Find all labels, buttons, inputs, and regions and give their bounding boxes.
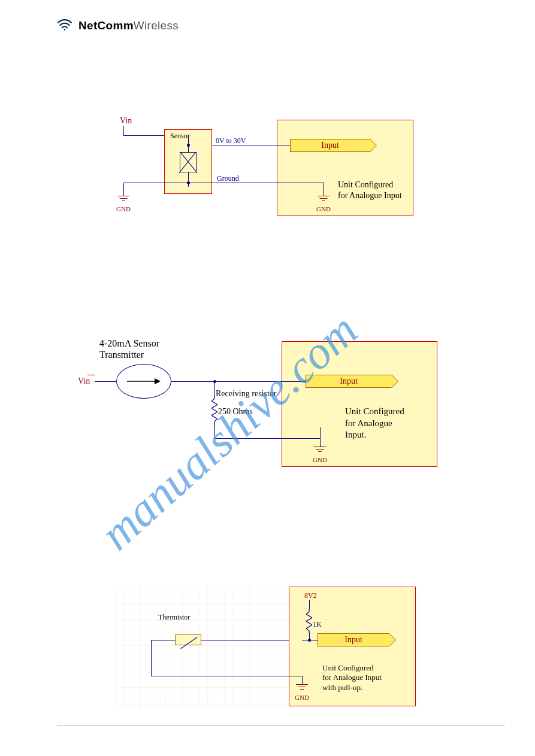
logo-brand-bold: NetComm	[78, 19, 134, 32]
logo-text: NetCommWireless	[78, 19, 179, 32]
vin-label: Vin	[120, 116, 132, 126]
gnd-symbol-left: GND	[116, 196, 131, 212]
gnd-label: GND	[313, 456, 327, 463]
vin-terminal	[123, 126, 124, 132]
gnd-label: GND	[316, 205, 331, 212]
gnd-symbol: GND	[313, 447, 327, 463]
resistor-value: 250 Ohms	[218, 407, 253, 417]
gnd-label: GND	[295, 694, 309, 701]
receiving-resistor-label: Receiving resistor	[216, 389, 276, 399]
gnd-label-left: GND	[116, 205, 131, 212]
pullup-voltage-label: 8V2	[304, 591, 317, 600]
gnd-symbol: GND	[295, 684, 309, 701]
sensor-label: Sensor	[170, 132, 190, 141]
sensor-symbol-icon	[180, 152, 197, 172]
resistor-icon	[211, 395, 217, 430]
unit-box	[277, 120, 413, 215]
signal-range-label: 0V to 30V	[216, 136, 246, 145]
current-arrow-icon	[126, 377, 162, 388]
brand-logo: NetCommWireless	[57, 17, 179, 35]
footer-divider	[57, 725, 505, 726]
input-arrow: Input	[290, 139, 370, 152]
input-arrow: Input	[318, 633, 389, 646]
svg-marker-2	[155, 378, 161, 384]
vin-label: Vin	[78, 377, 90, 386]
diagram-thermistor: Thermistor 8V2 1K Input Unit Configured …	[115, 587, 421, 709]
unit-config-text: Unit Configured for Analogue Input with …	[322, 663, 382, 693]
unit-config-text: Unit Configured for Analogue Input.	[345, 406, 404, 441]
gnd-symbol-right: GND	[316, 196, 331, 212]
wifi-icon	[57, 17, 72, 35]
logo-brand-light: Wireless	[134, 19, 179, 32]
resistor-icon	[306, 609, 312, 636]
svg-point-0	[64, 29, 66, 31]
input-arrow: Input	[306, 375, 392, 388]
pullup-resistor-value: 1K	[313, 620, 322, 629]
sensor-transmitter-title: 4-20mA Sensor Transmitter	[99, 338, 159, 360]
ground-wire-label: Ground	[217, 174, 239, 183]
diagram-4-20ma-sensor: 4-20mA Sensor Transmitter Vin Receiving …	[81, 338, 441, 469]
input-label: Input	[306, 375, 391, 387]
input-label: Input	[318, 634, 389, 646]
unit-box	[282, 341, 437, 467]
input-label: Input	[291, 139, 370, 151]
thermistor-icon	[175, 634, 201, 645]
diagram-analogue-sensor: Vin Sensor 0V to 30V Ground Input	[115, 115, 415, 223]
unit-config-text: Unit Configured for Analogue Input	[338, 180, 402, 201]
thermistor-label: Thermistor	[158, 613, 190, 622]
